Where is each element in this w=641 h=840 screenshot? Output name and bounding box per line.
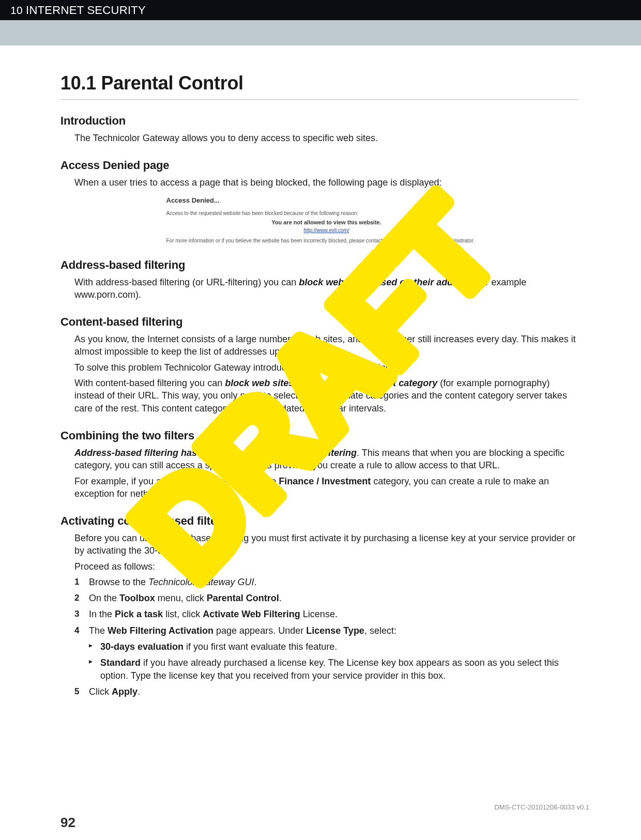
heading-activating: Activating content-based filtering bbox=[60, 514, 578, 528]
header-tabs-decor bbox=[0, 33, 641, 45]
heading-introduction: Introduction bbox=[60, 114, 578, 128]
steps-list: Browse to the Technicolor Gateway GUI. O… bbox=[74, 576, 578, 699]
ad-not-allowed: You are not allowed to view this website… bbox=[166, 219, 487, 225]
tab-decor bbox=[455, 33, 543, 45]
heading-address-filtering: Address-based filtering bbox=[60, 258, 578, 272]
heading-content-filtering: Content-based filtering bbox=[60, 315, 578, 329]
body-text: Proceed as follows: bbox=[74, 560, 578, 573]
heading-combining-filters: Combining the two filters bbox=[60, 429, 578, 442]
chapter-title: INTERNET SECURITY bbox=[26, 4, 146, 17]
section-title: 10.1 Parental Control bbox=[60, 72, 578, 100]
page-content: 10.1 Parental Control Introduction The T… bbox=[60, 72, 578, 702]
document-page: 10 INTERNET SECURITY 10.1 Parental Contr… bbox=[0, 0, 641, 840]
chapter-header: 10 INTERNET SECURITY bbox=[0, 0, 641, 20]
body-text: As you know, the Internet consists of a … bbox=[74, 333, 578, 358]
body-text: With address-based filtering (or URL-fil… bbox=[74, 276, 578, 301]
ad-reason: Access to the requested website has been… bbox=[166, 210, 487, 216]
sub-item: 30-days evaluation if you first want eva… bbox=[89, 640, 578, 653]
ad-more-info: For more information or if you believe t… bbox=[166, 237, 487, 244]
step-item: In the Pick a task list, click Activate … bbox=[74, 608, 578, 621]
step-item: Browse to the Technicolor Gateway GUI. bbox=[74, 576, 578, 589]
body-text: For example, if you are blocking content… bbox=[74, 475, 578, 500]
sub-item: Standard if you have already purchased a… bbox=[89, 656, 578, 682]
ad-url-wrap: http://www.evil.com/ bbox=[166, 227, 487, 233]
body-text: The Technicolor Gateway allows you to de… bbox=[74, 132, 578, 144]
body-text: When a user tries to access a page that … bbox=[74, 176, 578, 189]
ad-title: Access Denied... bbox=[166, 196, 487, 204]
ad-url-link[interactable]: http://www.evil.com/ bbox=[303, 227, 349, 233]
step-item: On the Toolbox menu, click Parental Cont… bbox=[74, 592, 578, 605]
footer-page-number: 92 bbox=[60, 815, 75, 831]
sub-list: 30-days evaluation if you first want eva… bbox=[89, 640, 578, 683]
access-denied-screenshot: Access Denied... Access to the requested… bbox=[166, 196, 487, 244]
body-text: Before you can use content-based filteri… bbox=[74, 532, 578, 557]
tab-decor bbox=[90, 33, 178, 45]
body-text: With content-based filtering you can blo… bbox=[74, 377, 578, 415]
body-text: Address-based filtering has priority ove… bbox=[74, 447, 578, 472]
chapter-number: 10 bbox=[10, 4, 23, 17]
heading-access-denied: Access Denied page bbox=[60, 159, 578, 172]
body-text: To solve this problem Technicolor Gatewa… bbox=[74, 361, 578, 374]
footer-doc-code: DMS-CTC-20101206-0033 v0.1 bbox=[494, 803, 589, 811]
step-item: The Web Filtering Activation page appear… bbox=[74, 624, 578, 683]
step-item: Click Apply. bbox=[74, 685, 578, 698]
tab-decor bbox=[182, 33, 270, 45]
